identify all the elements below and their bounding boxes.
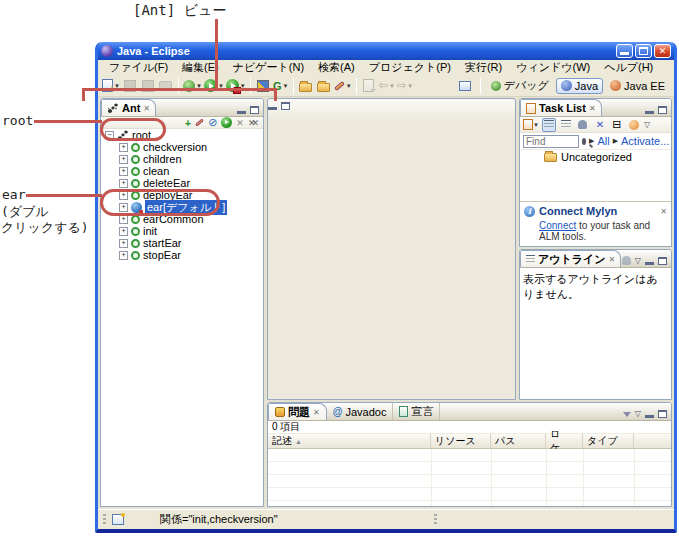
activate-link[interactable]: Activate... (621, 135, 669, 147)
tree-node-target[interactable]: +earCommon (101, 213, 263, 225)
maximize-button[interactable] (635, 44, 652, 58)
column-type[interactable]: タイプ (583, 434, 634, 448)
remove-icon[interactable]: ✕ (236, 118, 244, 128)
expand-expander-icon[interactable]: + (119, 251, 128, 260)
expand-expander-icon[interactable]: + (119, 215, 128, 224)
perspective-javaee[interactable]: Java EE (606, 79, 669, 93)
tab-outline[interactable]: アウトライン ✕ (520, 250, 621, 267)
minimize-editor-icon[interactable] (268, 102, 277, 110)
title-bar[interactable]: Java - Eclipse ✕ (98, 42, 674, 60)
column-description[interactable]: 記述▲ (268, 434, 431, 448)
close-icon[interactable]: ✕ (609, 255, 616, 264)
back-button[interactable]: ⇦▼ (378, 77, 396, 95)
column-path[interactable]: パス (491, 434, 546, 448)
column-location[interactable]: ロケ... (546, 434, 583, 448)
tree-node-target[interactable]: +deleteEar (101, 177, 263, 189)
tree-node-target[interactable]: +clean (101, 165, 263, 177)
tab-javadoc[interactable]: @ Javadoc (327, 403, 394, 420)
menu-search[interactable]: 検索(A) (311, 60, 362, 75)
minimize-view-icon[interactable] (645, 257, 654, 265)
remove-all-icon[interactable]: ✕✕ (248, 118, 255, 128)
filter-icon[interactable] (623, 412, 631, 417)
view-menu-icon[interactable]: ▽ (644, 121, 650, 129)
maximize-view-icon[interactable] (250, 106, 259, 114)
minimize-view-icon[interactable] (645, 106, 654, 114)
view-menu-icon[interactable]: ▽ (635, 257, 641, 265)
menu-run[interactable]: 実行(R) (458, 60, 509, 75)
close-button[interactable]: ✕ (654, 44, 671, 58)
menu-project[interactable]: プロジェクト(P) (362, 60, 458, 75)
minimize-button[interactable] (616, 44, 633, 58)
fast-view-icon[interactable] (112, 514, 124, 525)
tree-node-target[interactable]: +stopEar (101, 249, 263, 261)
tab-problems[interactable]: 問題 ✕ (268, 403, 327, 420)
minimize-view-icon[interactable] (237, 106, 246, 114)
column-resource[interactable]: リソース (431, 434, 491, 448)
perspective-java[interactable]: Java (556, 78, 603, 94)
collapse-expander-icon[interactable]: − (105, 131, 114, 140)
last-edit-location-button[interactable] (360, 77, 378, 95)
mylyn-menu-button[interactable] (627, 118, 641, 132)
add-buildfile-icon[interactable]: + (185, 117, 191, 129)
tree-node-target[interactable]: +init (101, 225, 263, 237)
hide-internal-targets-icon[interactable]: ⊘ (208, 117, 217, 128)
view-menu-icon[interactable]: ▽ (635, 410, 641, 418)
menu-help[interactable]: ヘルプ(H) (597, 60, 660, 75)
all-filter-link[interactable]: All (597, 135, 609, 147)
run-button[interactable]: ▼ (203, 77, 225, 95)
save-all-button[interactable] (139, 77, 157, 95)
close-icon[interactable]: ✕ (589, 104, 596, 113)
expand-expander-icon[interactable]: + (119, 155, 128, 164)
save-button[interactable] (121, 77, 139, 95)
focus-workweek-button[interactable] (576, 118, 590, 132)
connect-link[interactable]: Connect (539, 220, 576, 231)
new-task-button[interactable]: ▼ (523, 118, 539, 132)
perspective-debug[interactable]: デバッグ (487, 77, 553, 94)
external-tools-button[interactable]: ▼ (225, 77, 247, 95)
uncategorized-row[interactable]: Uncategorized (520, 150, 671, 164)
expand-expander-icon[interactable]: + (119, 167, 128, 176)
expand-expander-icon[interactable]: + (119, 143, 128, 152)
tree-node-target[interactable]: +checkversion (101, 141, 263, 153)
tree-node-root[interactable]: − root (101, 129, 263, 141)
close-icon[interactable]: ✕ (313, 408, 320, 417)
tab-task-list[interactable]: Task List ✕ (520, 99, 602, 116)
menu-file[interactable]: ファイル(F) (102, 60, 175, 75)
collapse-all-button[interactable]: ⊟ (610, 118, 624, 132)
open-resource-button[interactable] (297, 77, 315, 95)
find-input[interactable] (523, 135, 579, 148)
print-button[interactable] (157, 77, 175, 95)
new-wizard-button[interactable]: ▼ (101, 77, 121, 95)
scheduled-view-button[interactable] (559, 118, 573, 132)
statusbar-grip[interactable] (103, 514, 106, 526)
expand-expander-icon[interactable]: + (119, 191, 128, 200)
tree-node-target-ear[interactable]: +ear[デフォルト] (101, 201, 263, 213)
tree-node-target[interactable]: +startEar (101, 237, 263, 249)
statusbar-grip[interactable] (434, 514, 437, 526)
tree-node-target[interactable]: +children (101, 153, 263, 165)
forward-button[interactable]: ⇨▼ (396, 77, 414, 95)
menu-edit[interactable]: 編集(E) (175, 60, 226, 75)
maximize-editor-icon[interactable] (281, 102, 290, 110)
expand-expander-icon[interactable]: + (119, 239, 128, 248)
menu-window[interactable]: ウィンドウ(W) (509, 60, 597, 75)
close-icon[interactable]: ✕ (660, 207, 667, 216)
search-buildfile-icon[interactable] (195, 118, 204, 126)
categorized-view-button[interactable] (542, 118, 556, 132)
import-button[interactable] (315, 77, 333, 95)
tab-ant[interactable]: Ant ✕ (101, 99, 156, 116)
maximize-view-icon[interactable] (658, 106, 667, 114)
tab-declaration[interactable]: 宣言 (393, 403, 440, 420)
debug-button[interactable]: ▼ (182, 77, 203, 95)
expand-expander-icon[interactable]: + (119, 227, 128, 236)
maximize-view-icon[interactable] (658, 410, 667, 418)
expand-expander-icon[interactable]: + (119, 203, 128, 212)
open-perspective-button[interactable] (456, 77, 474, 95)
run-target-icon[interactable] (221, 117, 232, 128)
clear-button[interactable]: ✕ (593, 118, 607, 132)
minimize-view-icon[interactable] (645, 410, 654, 418)
menu-navigate[interactable]: ナビゲート(N) (226, 60, 311, 75)
close-icon[interactable]: ✕ (143, 104, 150, 113)
maximize-view-icon[interactable] (658, 257, 667, 265)
new-java-project-button[interactable] (254, 77, 272, 95)
